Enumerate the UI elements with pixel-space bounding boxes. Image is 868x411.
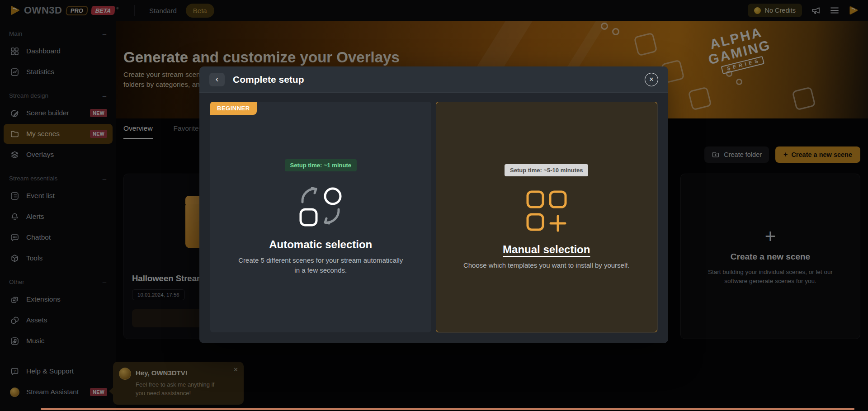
manual-selection-card[interactable]: Setup time: ~5-10 minutes Manual selecti… bbox=[436, 102, 658, 332]
automatic-selection-card[interactable]: BEGINNER Setup time: ~1 minute Automatic… bbox=[210, 102, 431, 332]
app-root: OWN3D PRO BETA ® Standard Beta No Credit… bbox=[0, 0, 868, 411]
option-title: Automatic selection bbox=[269, 238, 372, 251]
back-button[interactable]: ‹ bbox=[209, 73, 225, 86]
option-description: Create 5 different scenes for your strea… bbox=[237, 255, 404, 275]
option-title: Manual selection bbox=[503, 243, 590, 256]
option-description: Choose which templates you want to insta… bbox=[463, 260, 630, 270]
modal-header: ‹ Complete setup ✕ bbox=[199, 66, 668, 93]
horizontal-scrollbar[interactable] bbox=[41, 408, 854, 410]
setup-time-badge: Setup time: ~5-10 minutes bbox=[505, 164, 588, 176]
beginner-badge: BEGINNER bbox=[210, 102, 257, 115]
close-modal-button[interactable]: ✕ bbox=[645, 73, 658, 86]
setup-time-badge: Setup time: ~1 minute bbox=[285, 159, 357, 171]
modal-title: Complete setup bbox=[233, 74, 304, 85]
modal-body: BEGINNER Setup time: ~1 minute Automatic… bbox=[199, 93, 668, 343]
manual-selection-icon bbox=[522, 189, 571, 232]
complete-setup-modal: ‹ Complete setup ✕ BEGINNER Setup time: … bbox=[199, 66, 668, 343]
automatic-selection-icon bbox=[296, 184, 345, 227]
